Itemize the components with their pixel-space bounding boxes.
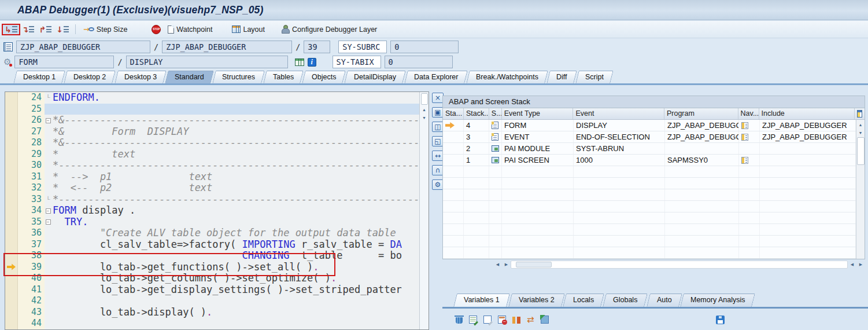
layout-button[interactable]: Layout [229, 24, 268, 35]
collapse-icon[interactable]: − [46, 118, 51, 123]
fold-cell[interactable] [45, 250, 51, 262]
scroll-up-icon[interactable]: ▲ [421, 106, 428, 113]
swap-icon[interactable]: ⇄ [527, 316, 534, 324]
code-line[interactable]: lo_tab->display( ). [51, 307, 419, 318]
save-icon[interactable] [716, 316, 725, 324]
continue-button[interactable]: ↓ [54, 25, 71, 34]
code-editor[interactable]: 2425262728293031323334353637383940414243… [5, 91, 429, 330]
table-contents-icon[interactable] [295, 58, 304, 66]
fold-cell[interactable] [45, 239, 51, 251]
tab-tables[interactable]: Tables [263, 71, 304, 83]
close-icon[interactable]: × [432, 93, 444, 103]
column-header-s[interactable]: S... [489, 108, 502, 119]
fold-gutter[interactable]: └−└−− [45, 92, 51, 329]
fold-cell[interactable]: └ [45, 194, 51, 206]
event-name-field[interactable]: DISPLAY [126, 56, 288, 68]
breakpoint-cell[interactable] [5, 307, 17, 318]
column-header-include[interactable]: Include [759, 108, 855, 119]
breakpoint-cell[interactable] [5, 217, 17, 228]
column-header-sta[interactable]: Sta... [443, 108, 464, 119]
code-line[interactable] [51, 318, 419, 329]
tab-desktop-1[interactable]: Desktop 1 [13, 71, 65, 83]
tab-diff[interactable]: Diff [547, 71, 577, 83]
breakpoint-cell[interactable] [5, 104, 17, 115]
collapse-icon[interactable]: − [46, 219, 51, 225]
code-line[interactable]: lo_tab->get_functions( )->set_all( ). [51, 262, 419, 273]
stack-row[interactable]: 4FORMDISPLAYZJP_ABAP_DEBUGGERZJP_ABAP_DE… [443, 120, 856, 131]
stack-row-empty[interactable] [443, 236, 856, 247]
collapse-icon[interactable]: − [46, 208, 51, 214]
fold-cell[interactable] [45, 307, 51, 318]
breakpoint-cell[interactable] [5, 126, 17, 138]
tab-standard[interactable]: Standard [165, 71, 213, 83]
step-return-button[interactable]: ↱ [37, 25, 53, 34]
breakpoint-cell[interactable] [5, 228, 17, 239]
maximize-icon[interactable]: ◱ [432, 136, 444, 146]
fold-cell[interactable] [45, 126, 51, 138]
code-line[interactable]: *& Form DISPLAY [51, 126, 419, 138]
code-line[interactable]: lo_tab->get_display_settings( )->set_str… [51, 284, 419, 296]
stack-row-empty[interactable] [443, 166, 856, 178]
swap-panel-icon[interactable]: ◫ [432, 122, 444, 132]
fold-cell[interactable] [45, 171, 51, 183]
fold-cell[interactable] [45, 160, 51, 171]
breakpoint-cell[interactable] [5, 318, 17, 329]
scrollbar-thumb[interactable] [857, 137, 865, 165]
info-icon[interactable]: i [308, 58, 316, 67]
scroll-down-icon[interactable]: ▼ [857, 129, 864, 136]
tab-desktop-3[interactable]: Desktop 3 [114, 71, 167, 83]
breakpoint-cell[interactable] [5, 205, 17, 217]
code-line[interactable]: * --> p1 text [51, 171, 419, 183]
display-field-icon[interactable] [483, 316, 492, 324]
code-line[interactable]: FORM display . [51, 205, 419, 217]
fold-cell[interactable] [45, 104, 51, 115]
tab-structures[interactable]: Structures [212, 71, 264, 83]
program-field-2[interactable]: ZJP_ABAP_DEBUGGER [162, 41, 292, 53]
code-line[interactable] [51, 295, 419, 307]
stack-row-empty[interactable] [443, 178, 856, 189]
stack-row[interactable]: 3EVENTEND-OF-SELECTIONZJP_ABAP_DEBUGGERZ… [443, 131, 856, 143]
fold-cell[interactable] [45, 137, 51, 149]
breakpoint-cell[interactable] [5, 295, 17, 307]
navigate-icon[interactable] [741, 122, 748, 129]
fold-cell[interactable] [45, 318, 51, 329]
column-header-event[interactable]: Event [573, 108, 664, 119]
code-line[interactable]: ENDFORM. [51, 92, 419, 104]
change-field-icon[interactable] [469, 316, 477, 324]
code-line[interactable]: TRY. [51, 217, 419, 228]
breakpoint-cell[interactable] [5, 239, 17, 251]
breakpoint-cell[interactable] [5, 92, 17, 104]
breakpoint-cell[interactable] [5, 284, 17, 296]
tab-variables-1[interactable]: Variables 1 [453, 294, 509, 307]
code-line[interactable]: lo_tab->get_columns( )->set_optimize( ). [51, 273, 419, 284]
scroll-right-icon[interactable]: ▶ [856, 261, 865, 269]
breakpoint-cell[interactable] [5, 115, 17, 126]
column-header-program[interactable]: Program [664, 108, 738, 119]
breakpoint-cell[interactable] [5, 182, 17, 194]
delete-icon[interactable] [456, 317, 463, 324]
sy-subrc-label-field[interactable]: SY-SUBRC [338, 41, 387, 53]
column-header-nav[interactable]: Nav... [738, 108, 759, 119]
services-icon[interactable]: ⚙ [432, 179, 444, 190]
tab-globals[interactable]: Globals [603, 294, 648, 307]
compare-icon[interactable] [512, 317, 520, 324]
scroll-left-icon[interactable]: ◀ [848, 261, 856, 269]
code-line[interactable]: * <-- p2 text [51, 182, 419, 194]
scrollbar-track[interactable] [511, 261, 848, 269]
stack-row[interactable]: 2PAI MODULESYST-ABRUN [443, 143, 856, 155]
code-area[interactable]: ENDFORM.*&------------------------------… [51, 92, 419, 329]
code-line[interactable]: CHANGING t_table = bo [51, 250, 419, 262]
line-number-field[interactable]: 39 [304, 41, 330, 53]
tab-detaildisplay[interactable]: DetailDisplay [344, 71, 405, 83]
insert-icon[interactable] [541, 316, 549, 324]
code-line[interactable]: *---------------------------------------… [51, 160, 419, 171]
stop-button[interactable]: STOP [149, 24, 164, 35]
fold-cell[interactable] [45, 295, 51, 307]
fold-cell[interactable] [45, 182, 51, 194]
program-field-1[interactable]: ZJP_ABAP_DEBUGGER [16, 41, 150, 53]
code-line[interactable]: *---------------------------------------… [51, 194, 419, 206]
navigate-icon[interactable] [741, 134, 748, 141]
table-settings-icon[interactable] [857, 110, 862, 118]
breakpoint-cell[interactable] [5, 194, 17, 206]
fold-cell[interactable] [45, 262, 51, 273]
